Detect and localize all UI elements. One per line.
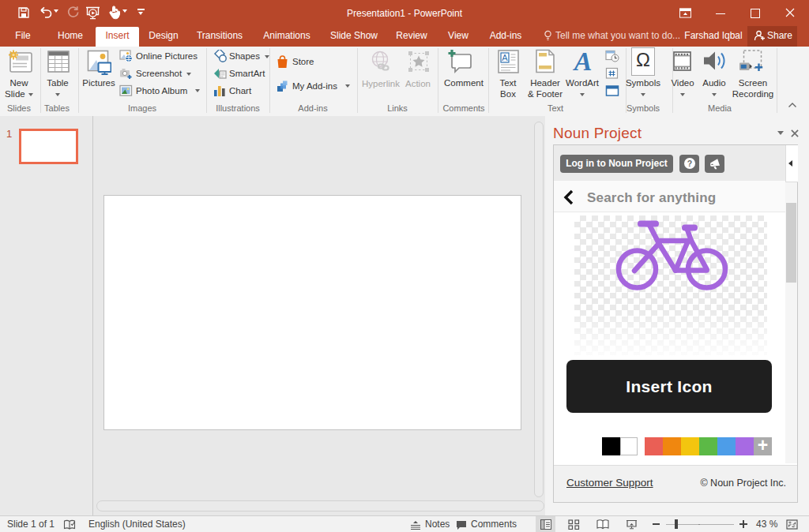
svg-text:?: ? <box>687 159 692 168</box>
svg-text:A: A <box>573 49 593 74</box>
svg-text:A: A <box>502 53 508 62</box>
